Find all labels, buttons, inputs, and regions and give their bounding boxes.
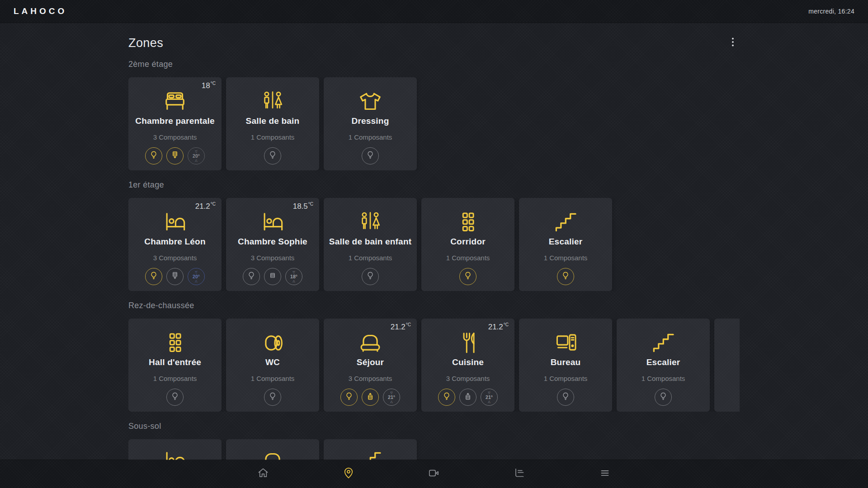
zone-card[interactable]: Salle de bain1 Composants <box>226 77 319 170</box>
zone-name: Escalier <box>522 237 609 247</box>
nav-item-zones[interactable] <box>339 464 359 484</box>
zones-sections: 2ème étage18°CChambre parentale3 Composa… <box>128 60 740 460</box>
section-label: Sous-sol <box>128 422 740 431</box>
bed-single-icon <box>226 207 319 237</box>
zone-components-count: 3 Composants <box>128 254 222 262</box>
light-control-button[interactable] <box>243 268 260 285</box>
bed-single-icon <box>128 446 222 460</box>
zone-components-count: 1 Composants <box>226 375 319 382</box>
blinds-control-button[interactable] <box>264 268 281 285</box>
nav-item-camera[interactable] <box>424 464 444 484</box>
zone-components-count: 1 Composants <box>324 254 417 262</box>
light-control-button[interactable] <box>362 147 379 164</box>
zone-controls <box>128 389 222 406</box>
restroom-icon <box>226 87 319 117</box>
zone-card[interactable]: 18°CChambre parentale3 Composants▽20°△ <box>128 77 222 170</box>
zone-card[interactable] <box>128 439 222 460</box>
zone-card[interactable] <box>324 439 417 460</box>
light-control-button[interactable] <box>459 268 476 285</box>
zone-components-count: 3 Composants <box>226 254 319 262</box>
zone-name: Escalier <box>619 357 707 367</box>
zone-controls <box>324 147 417 164</box>
light-control-button[interactable] <box>655 389 672 406</box>
thermostat-down-icon: ▽ <box>390 391 392 394</box>
bulb-icon <box>268 150 278 162</box>
zone-controls <box>519 268 612 285</box>
zone-card[interactable]: Escalier1 Composants <box>617 319 710 412</box>
thermostat-setpoint: 20° <box>193 153 200 159</box>
stairs-icon <box>617 328 710 358</box>
zone-name: Hall d'entrée <box>131 357 219 367</box>
zone-card[interactable]: 21.2°CChambre Léon3 Composants▽20°△ <box>128 198 222 291</box>
brand-logo: LAHOCO <box>14 6 67 16</box>
bulb-icon <box>658 391 668 403</box>
zone-components-count: 1 Composants <box>519 254 612 262</box>
tshirt-icon <box>324 87 417 117</box>
zone-card[interactable]: Hall d'entrée1 Composants <box>128 319 222 412</box>
light-control-button[interactable] <box>145 268 162 285</box>
datetime: mercredi, 16:24 <box>808 8 854 15</box>
bulb-icon <box>442 391 452 403</box>
zone-card[interactable]: 21.2°CSéjour3 Composants▽21°△ <box>324 319 417 412</box>
blinds-control-button[interactable] <box>166 268 184 285</box>
zone-card[interactable]: WC1 Composants <box>226 319 319 412</box>
more-options-button[interactable] <box>726 36 740 50</box>
sofa-icon <box>324 328 417 358</box>
zone-controls <box>617 389 710 406</box>
zone-name: Chambre Sophie <box>229 237 316 247</box>
zone-controls <box>226 389 319 406</box>
zone-card[interactable]: 21.2°CCuisine3 Composants▽21°△ <box>421 319 514 412</box>
zone-card[interactable]: Corridor1 Composants <box>421 198 514 291</box>
zone-card-row: Hall d'entrée1 ComposantsWC1 Composants2… <box>128 319 740 412</box>
zone-card[interactable] <box>226 439 319 460</box>
light-control-button[interactable] <box>166 389 184 406</box>
zone-name: Bureau <box>522 357 609 367</box>
computer-icon <box>519 328 612 358</box>
zone-card[interactable]: Salle de bain enfant1 Composants <box>324 198 417 291</box>
thermostat-control-button[interactable]: ▽18°△ <box>285 268 302 285</box>
bulb-icon <box>268 391 278 403</box>
video-camera-icon <box>427 466 441 482</box>
hamburger-icon <box>598 466 612 482</box>
zone-card[interactable]: Escalier1 Composants <box>519 198 612 291</box>
light-control-button[interactable] <box>438 389 455 406</box>
bulb-icon <box>463 271 473 282</box>
zone-components-count: 1 Composants <box>519 375 612 382</box>
blinds-icon <box>268 271 278 282</box>
nav-item-home[interactable] <box>253 464 273 484</box>
zone-card-row: 18°CChambre parentale3 Composants▽20°△Sa… <box>128 77 740 170</box>
light-control-button[interactable] <box>362 268 379 285</box>
thermostat-control-button[interactable]: ▽21°△ <box>481 389 498 406</box>
toilet-paper-icon <box>226 328 319 358</box>
zone-card[interactable]: Dressing1 Composants <box>324 77 417 170</box>
cutlery-icon <box>421 328 514 358</box>
bulb-icon <box>365 150 375 162</box>
blinds-control-button[interactable] <box>362 389 379 406</box>
zone-controls <box>324 268 417 285</box>
dots-grid-icon <box>128 328 222 358</box>
zone-components-count: 1 Composants <box>617 375 710 382</box>
blinds-down-icon <box>170 150 180 162</box>
thermostat-setpoint: 20° <box>193 274 200 279</box>
light-control-button[interactable] <box>557 389 574 406</box>
zone-card[interactable]: 18.5°CChambre Sophie3 Composants▽18°△ <box>226 198 319 291</box>
thermostat-setpoint: 21° <box>388 394 395 400</box>
zone-card[interactable]: Bureau1 Composants <box>519 319 612 412</box>
blinds-control-button[interactable] <box>459 389 476 406</box>
thermostat-control-button[interactable]: ▽21°△ <box>383 389 400 406</box>
light-control-button[interactable] <box>264 147 281 164</box>
light-control-button[interactable] <box>340 389 358 406</box>
nav-item-menu[interactable] <box>595 464 615 484</box>
light-control-button[interactable] <box>557 268 574 285</box>
light-control-button[interactable] <box>145 147 162 164</box>
nav-item-stats[interactable] <box>509 464 529 484</box>
bulb-icon <box>149 271 159 282</box>
thermostat-control-button[interactable]: ▽20°△ <box>188 268 205 285</box>
thermostat-control-button[interactable]: ▽20°△ <box>188 147 205 164</box>
blinds-control-button[interactable] <box>166 147 184 164</box>
zone-card[interactable] <box>714 319 740 412</box>
bulb-icon <box>365 271 375 282</box>
zone-controls: ▽21°△ <box>421 389 514 406</box>
light-control-button[interactable] <box>264 389 281 406</box>
zone-controls <box>226 147 319 164</box>
